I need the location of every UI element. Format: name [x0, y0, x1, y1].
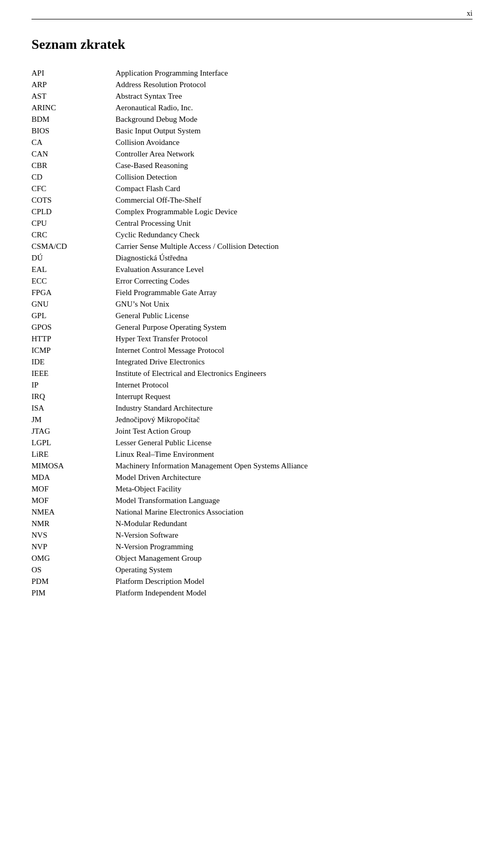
abbrev-acronym: ISA — [32, 404, 116, 413]
abbrev-row: MOFModel Transformation Language — [32, 495, 472, 506]
abbrev-row: MDAModel Driven Architecture — [32, 472, 472, 483]
abbrev-expansion: Carrier Sense Multiple Access / Collisio… — [116, 242, 472, 251]
abbrev-acronym: ARINC — [32, 103, 116, 112]
abbrev-acronym: CA — [32, 138, 116, 147]
abbrev-row: JTAGJoint Test Action Group — [32, 425, 472, 437]
abbrev-row: CRCCyclic Redundancy Check — [32, 229, 472, 240]
abbrev-acronym: BIOS — [32, 127, 116, 135]
abbrev-acronym: MDA — [32, 473, 116, 482]
abbrev-acronym: GPL — [32, 311, 116, 320]
abbrev-row: NMRN-Modular Redundant — [32, 518, 472, 529]
abbrev-expansion: GNU’s Not Unix — [116, 300, 472, 309]
abbrev-expansion: Jednočipový Mikropočítač — [116, 415, 472, 424]
abbrev-acronym: DÚ — [32, 254, 116, 263]
abbrev-acronym: API — [32, 69, 116, 78]
abbrev-row: CPLDComplex Programmable Logic Device — [32, 206, 472, 217]
abbrev-row: PDMPlatform Description Model — [32, 575, 472, 587]
abbrev-expansion: General Purpose Operating System — [116, 323, 472, 332]
abbrev-expansion: Diagnostická Ústředna — [116, 254, 472, 263]
abbrev-acronym: GPOS — [32, 323, 116, 332]
abbrev-acronym: IRQ — [32, 392, 116, 401]
abbrev-acronym: FPGA — [32, 288, 116, 297]
abbrev-expansion: Object Management Group — [116, 554, 472, 563]
abbrev-acronym: BDM — [32, 115, 116, 124]
page-number: xi — [467, 9, 472, 18]
abbrev-row: FPGAField Programmable Gate Array — [32, 287, 472, 298]
abbrev-expansion: Error Correcting Codes — [116, 277, 472, 286]
abbrev-row: ARPAddress Resolution Protocol — [32, 79, 472, 90]
abbrev-expansion: Linux Real–Time Environment — [116, 450, 472, 459]
abbrev-row: NVPN-Version Programming — [32, 541, 472, 552]
abbrev-expansion: Controller Area Network — [116, 150, 472, 159]
abbrev-row: ARINCAeronautical Radio, Inc. — [32, 102, 472, 113]
abbrev-expansion: Case-Based Reasoning — [116, 161, 472, 170]
abbrev-acronym: IDE — [32, 358, 116, 366]
abbrev-acronym: ICMP — [32, 346, 116, 355]
abbrev-row: APIApplication Programming Interface — [32, 67, 472, 79]
abbrev-row: IDEIntegrated Drive Electronics — [32, 356, 472, 368]
abbrev-acronym: IP — [32, 381, 116, 390]
abbrev-expansion: Machinery Information Management Open Sy… — [116, 462, 472, 470]
abbrev-expansion: Industry Standard Architecture — [116, 404, 472, 413]
abbrev-row: BIOSBasic Input Output System — [32, 125, 472, 137]
abbrev-row: DÚDiagnostická Ústředna — [32, 252, 472, 264]
abbrev-row: MIMOSAMachinery Information Management O… — [32, 460, 472, 472]
abbrev-row: CPUCentral Processing Unit — [32, 217, 472, 229]
abbrev-row: ICMPInternet Control Message Protocol — [32, 344, 472, 356]
abbrev-expansion: Lesser General Public License — [116, 438, 472, 447]
abbrev-row: CBRCase-Based Reasoning — [32, 160, 472, 171]
abbrev-row: GPLGeneral Public License — [32, 310, 472, 321]
abbrev-acronym: NMR — [32, 519, 116, 528]
abbrev-row: OMGObject Management Group — [32, 552, 472, 564]
abbrev-row: HTTPHyper Text Transfer Protocol — [32, 333, 472, 344]
abbrev-row: ISAIndustry Standard Architecture — [32, 402, 472, 414]
abbrev-expansion: Commercial Off-The-Shelf — [116, 196, 472, 205]
abbrev-expansion: Address Resolution Protocol — [116, 80, 472, 89]
abbrev-expansion: Complex Programmable Logic Device — [116, 207, 472, 216]
abbrev-expansion: N-Version Programming — [116, 542, 472, 551]
abbrev-row: MOFMeta-Object Facility — [32, 483, 472, 495]
abbrev-acronym: CPLD — [32, 207, 116, 216]
abbrev-row: OSOperating System — [32, 564, 472, 575]
abbrev-expansion: Basic Input Output System — [116, 127, 472, 135]
abbrev-row: CFCCompact Flash Card — [32, 183, 472, 194]
abbrev-expansion: Hyper Text Transfer Protocol — [116, 334, 472, 343]
abbrev-expansion: Institute of Electrical and Electronics … — [116, 369, 472, 378]
abbrev-expansion: Operating System — [116, 565, 472, 574]
abbrev-acronym: COTS — [32, 196, 116, 205]
abbrev-expansion: Aeronautical Radio, Inc. — [116, 103, 472, 112]
abbrev-acronym: NMEA — [32, 508, 116, 517]
abbrev-row: ECCError Correcting Codes — [32, 275, 472, 287]
abbrev-acronym: HTTP — [32, 334, 116, 343]
abbrev-acronym: PIM — [32, 589, 116, 598]
abbrev-expansion: Joint Test Action Group — [116, 427, 472, 436]
abbrev-expansion: Platform Independent Model — [116, 589, 472, 598]
abbrev-expansion: General Public License — [116, 311, 472, 320]
abbrev-row: BDMBackground Debug Mode — [32, 113, 472, 125]
abbrev-acronym: LGPL — [32, 438, 116, 447]
abbrev-acronym: CAN — [32, 150, 116, 159]
abbrev-acronym: OS — [32, 565, 116, 574]
abbrev-acronym: CBR — [32, 161, 116, 170]
abbrev-expansion: Platform Description Model — [116, 577, 472, 586]
abbrev-expansion: Compact Flash Card — [116, 184, 472, 193]
abbrev-acronym: IEEE — [32, 369, 116, 378]
abbrev-expansion: Model Transformation Language — [116, 496, 472, 505]
abbrev-row: LiRELinux Real–Time Environment — [32, 448, 472, 460]
abbrev-row: CSMA/CDCarrier Sense Multiple Access / C… — [32, 240, 472, 252]
abbrev-expansion: Background Debug Mode — [116, 115, 472, 124]
abbrev-expansion: Integrated Drive Electronics — [116, 358, 472, 366]
abbrev-expansion: Interrupt Request — [116, 392, 472, 401]
abbrev-acronym: MOF — [32, 496, 116, 505]
abbreviation-list: APIApplication Programming InterfaceARPA… — [32, 67, 472, 599]
abbrev-expansion: Collision Avoidance — [116, 138, 472, 147]
abbrev-row: JMJednočipový Mikropočítač — [32, 414, 472, 425]
abbrev-acronym: CPU — [32, 219, 116, 228]
abbrev-acronym: GNU — [32, 300, 116, 309]
abbrev-acronym: JM — [32, 415, 116, 424]
abbrev-row: IEEEInstitute of Electrical and Electron… — [32, 368, 472, 379]
abbrev-expansion: Application Programming Interface — [116, 69, 472, 78]
abbrev-row: ASTAbstract Syntax Tree — [32, 90, 472, 102]
abbrev-acronym: AST — [32, 92, 116, 101]
abbrev-row: IRQInterrupt Request — [32, 391, 472, 402]
